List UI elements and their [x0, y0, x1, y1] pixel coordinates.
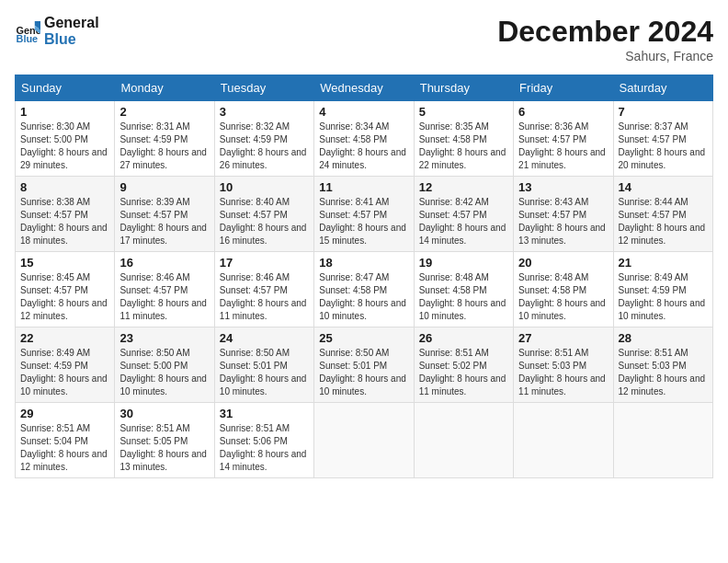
cell-day-number: 15: [20, 256, 109, 270]
calendar-cell: [314, 403, 414, 478]
svg-text:Blue: Blue: [17, 33, 39, 44]
calendar-cell: 23Sunrise: 8:50 AM Sunset: 5:00 PM Dayli…: [115, 327, 214, 403]
cell-info: Sunrise: 8:46 AM Sunset: 4:57 PM Dayligh…: [220, 271, 309, 323]
cell-day-number: 14: [619, 180, 708, 194]
cell-info: Sunrise: 8:44 AM Sunset: 4:57 PM Dayligh…: [619, 196, 708, 247]
location-subtitle: Sahurs, France: [497, 49, 713, 63]
calendar-cell: 1Sunrise: 8:30 AM Sunset: 5:00 PM Daylig…: [16, 101, 115, 177]
cell-day-number: 17: [220, 256, 309, 270]
cell-info: Sunrise: 8:40 AM Sunset: 4:57 PM Dayligh…: [220, 196, 309, 247]
cell-info: Sunrise: 8:51 AM Sunset: 5:03 PM Dayligh…: [619, 347, 708, 398]
cell-info: Sunrise: 8:32 AM Sunset: 4:59 PM Dayligh…: [220, 121, 309, 172]
cell-day-number: 16: [119, 256, 209, 270]
calendar-cell: 20Sunrise: 8:48 AM Sunset: 4:58 PM Dayli…: [514, 252, 613, 327]
calendar-cell: [414, 403, 513, 478]
calendar-cell: 14Sunrise: 8:44 AM Sunset: 4:57 PM Dayli…: [613, 177, 712, 252]
cell-day-number: 31: [220, 407, 309, 420]
cell-info: Sunrise: 8:48 AM Sunset: 4:58 PM Dayligh…: [419, 271, 508, 323]
calendar-cell: 29Sunrise: 8:51 AM Sunset: 5:04 PM Dayli…: [16, 403, 115, 478]
cell-day-number: 19: [419, 256, 508, 270]
cell-info: Sunrise: 8:51 AM Sunset: 5:04 PM Dayligh…: [20, 422, 109, 474]
cell-day-number: 1: [20, 105, 109, 119]
cell-day-number: 23: [119, 331, 209, 345]
calendar-cell: 10Sunrise: 8:40 AM Sunset: 4:57 PM Dayli…: [214, 177, 313, 252]
cell-day-number: 29: [20, 407, 109, 420]
cell-day-number: 11: [319, 180, 408, 194]
cell-info: Sunrise: 8:42 AM Sunset: 4:57 PM Dayligh…: [419, 196, 508, 247]
cell-day-number: 5: [419, 105, 508, 119]
cell-day-number: 9: [119, 180, 209, 194]
calendar-week-row: 1Sunrise: 8:30 AM Sunset: 5:00 PM Daylig…: [16, 101, 713, 177]
month-title: December 2024: [497, 15, 713, 49]
calendar-cell: 2Sunrise: 8:31 AM Sunset: 4:59 PM Daylig…: [115, 101, 214, 177]
logo-icon: General Blue: [15, 18, 40, 44]
cell-day-number: 13: [518, 180, 608, 194]
cell-day-number: 2: [119, 105, 209, 119]
calendar-cell: 24Sunrise: 8:50 AM Sunset: 5:01 PM Dayli…: [214, 327, 313, 403]
calendar-cell: 25Sunrise: 8:50 AM Sunset: 5:01 PM Dayli…: [314, 327, 414, 403]
calendar-week-row: 8Sunrise: 8:38 AM Sunset: 4:57 PM Daylig…: [16, 177, 713, 252]
calendar-cell: 26Sunrise: 8:51 AM Sunset: 5:02 PM Dayli…: [414, 327, 513, 403]
cell-info: Sunrise: 8:51 AM Sunset: 5:03 PM Dayligh…: [518, 347, 608, 398]
cell-day-number: 25: [319, 331, 408, 345]
cell-info: Sunrise: 8:36 AM Sunset: 4:57 PM Dayligh…: [518, 121, 608, 172]
cell-info: Sunrise: 8:47 AM Sunset: 4:58 PM Dayligh…: [319, 271, 408, 323]
weekday-header-monday: Monday: [115, 75, 214, 101]
weekday-header-tuesday: Tuesday: [214, 75, 313, 101]
calendar-table: SundayMondayTuesdayWednesdayThursdayFrid…: [15, 75, 713, 478]
cell-day-number: 20: [518, 256, 608, 270]
cell-day-number: 6: [518, 105, 608, 119]
calendar-cell: 28Sunrise: 8:51 AM Sunset: 5:03 PM Dayli…: [613, 327, 712, 403]
logo: General Blue General Blue: [15, 15, 99, 47]
cell-info: Sunrise: 8:49 AM Sunset: 4:59 PM Dayligh…: [20, 347, 109, 398]
cell-info: Sunrise: 8:37 AM Sunset: 4:57 PM Dayligh…: [619, 121, 708, 172]
weekday-header-friday: Friday: [514, 75, 613, 101]
cell-day-number: 18: [319, 256, 408, 270]
calendar-cell: 5Sunrise: 8:35 AM Sunset: 4:58 PM Daylig…: [414, 101, 513, 177]
cell-info: Sunrise: 8:46 AM Sunset: 4:57 PM Dayligh…: [119, 271, 209, 323]
cell-day-number: 4: [319, 105, 408, 119]
calendar-cell: 3Sunrise: 8:32 AM Sunset: 4:59 PM Daylig…: [214, 101, 313, 177]
weekday-header-wednesday: Wednesday: [314, 75, 414, 101]
cell-info: Sunrise: 8:50 AM Sunset: 5:01 PM Dayligh…: [220, 347, 309, 398]
calendar-cell: 19Sunrise: 8:48 AM Sunset: 4:58 PM Dayli…: [414, 252, 513, 327]
calendar-cell: 4Sunrise: 8:34 AM Sunset: 4:58 PM Daylig…: [314, 101, 414, 177]
calendar-cell: 15Sunrise: 8:45 AM Sunset: 4:57 PM Dayli…: [16, 252, 115, 327]
calendar-week-row: 15Sunrise: 8:45 AM Sunset: 4:57 PM Dayli…: [16, 252, 713, 327]
calendar-cell: 22Sunrise: 8:49 AM Sunset: 4:59 PM Dayli…: [16, 327, 115, 403]
calendar-cell: 27Sunrise: 8:51 AM Sunset: 5:03 PM Dayli…: [514, 327, 613, 403]
cell-day-number: 24: [220, 331, 309, 345]
title-block: December 2024 Sahurs, France: [497, 15, 713, 63]
calendar-cell: 8Sunrise: 8:38 AM Sunset: 4:57 PM Daylig…: [16, 177, 115, 252]
weekday-header-thursday: Thursday: [414, 75, 513, 101]
calendar-cell: [613, 403, 712, 478]
cell-info: Sunrise: 8:50 AM Sunset: 5:00 PM Dayligh…: [119, 347, 209, 398]
cell-info: Sunrise: 8:30 AM Sunset: 5:00 PM Dayligh…: [20, 121, 109, 172]
calendar-week-row: 29Sunrise: 8:51 AM Sunset: 5:04 PM Dayli…: [16, 403, 713, 478]
calendar-cell: 6Sunrise: 8:36 AM Sunset: 4:57 PM Daylig…: [514, 101, 613, 177]
calendar-cell: 13Sunrise: 8:43 AM Sunset: 4:57 PM Dayli…: [514, 177, 613, 252]
cell-day-number: 10: [220, 180, 309, 194]
logo-line2: Blue: [44, 31, 99, 48]
cell-day-number: 28: [619, 331, 708, 345]
cell-info: Sunrise: 8:51 AM Sunset: 5:06 PM Dayligh…: [220, 422, 309, 474]
cell-day-number: 30: [119, 407, 209, 420]
logo-line1: General: [44, 15, 99, 31]
cell-day-number: 22: [20, 331, 109, 345]
cell-day-number: 26: [419, 331, 508, 345]
cell-info: Sunrise: 8:45 AM Sunset: 4:57 PM Dayligh…: [20, 271, 109, 323]
calendar-cell: 7Sunrise: 8:37 AM Sunset: 4:57 PM Daylig…: [613, 101, 712, 177]
calendar-cell: [514, 403, 613, 478]
cell-info: Sunrise: 8:39 AM Sunset: 4:57 PM Dayligh…: [119, 196, 209, 247]
cell-info: Sunrise: 8:31 AM Sunset: 4:59 PM Dayligh…: [119, 121, 209, 172]
calendar-cell: 12Sunrise: 8:42 AM Sunset: 4:57 PM Dayli…: [414, 177, 513, 252]
cell-info: Sunrise: 8:49 AM Sunset: 4:59 PM Dayligh…: [619, 271, 708, 323]
cell-info: Sunrise: 8:51 AM Sunset: 5:02 PM Dayligh…: [419, 347, 508, 398]
cell-info: Sunrise: 8:38 AM Sunset: 4:57 PM Dayligh…: [20, 196, 109, 247]
cell-info: Sunrise: 8:48 AM Sunset: 4:58 PM Dayligh…: [518, 271, 608, 323]
cell-info: Sunrise: 8:41 AM Sunset: 4:57 PM Dayligh…: [319, 196, 408, 247]
page-header: General Blue General Blue December 2024 …: [15, 15, 713, 63]
cell-day-number: 7: [619, 105, 708, 119]
calendar-cell: 21Sunrise: 8:49 AM Sunset: 4:59 PM Dayli…: [613, 252, 712, 327]
cell-day-number: 21: [619, 256, 708, 270]
